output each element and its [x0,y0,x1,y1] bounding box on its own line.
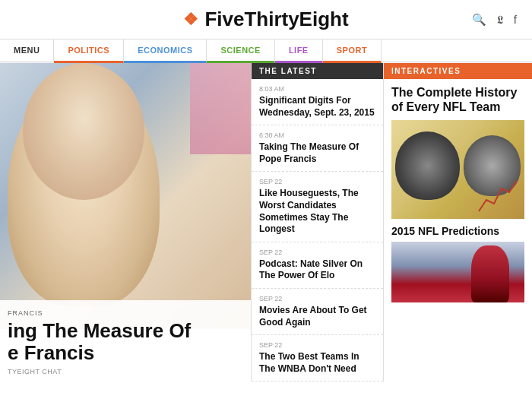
latest-time: SEP 22 [259,341,375,349]
hero-title[interactable]: ing The Measure Of e Francis [8,320,243,366]
list-item: SEP 22 The Two Best Teams In The WNBA Do… [252,335,383,382]
hero-title-line2: e Francis [8,341,94,364]
latest-section: THE LATEST 8:03 AM Significant Digits Fo… [251,63,384,382]
latest-time: SEP 22 [259,295,375,302]
latest-time: 8:03 AM [259,85,375,93]
content-area: FRANCIS ing The Measure Of e Francis TYE… [0,63,532,382]
latest-title[interactable]: Significant Digits For Wednesday, Sept. … [259,95,375,119]
nfl-predictions: 2015 NFL Predictions [384,219,532,309]
latest-header: THE LATEST [252,63,383,79]
search-button[interactable]: 🔍 [472,13,486,27]
nav-item-sports[interactable]: SPORT [323,40,382,63]
nav-item-menu[interactable]: MENU [0,40,54,61]
nav-item-economics[interactable]: ECONOMICS [124,40,207,63]
interactives-section: INTERACTIVES The Complete History of Eve… [384,63,532,382]
hero-title-line1: ing The Measure Of [8,319,191,342]
list-item: 8:03 AM Significant Digits For Wednesday… [252,79,383,125]
hero-image [0,63,251,329]
hero-section: FRANCIS ing The Measure Of e Francis TYE… [0,63,251,382]
latest-title[interactable]: Podcast: Nate Silver On The Power Of Elo [259,258,375,282]
latest-time: 6:30 AM [259,131,375,139]
main-nav: MENU POLITICS ECONOMICS SCIENCE LIFE SPO… [0,40,532,63]
site-logo[interactable]: ❖ FiveThirtyEight [183,8,348,31]
site-header: ❖ FiveThirtyEight 🔍 𝕷 f [0,0,532,40]
list-item: SEP 22 Like Houseguests, The Worst Candi… [252,172,383,242]
crowd-bg [190,63,251,154]
nfl-predictions-title[interactable]: 2015 NFL Predictions [391,225,524,237]
latest-time: SEP 22 [259,178,375,185]
football-player-icon [471,245,509,302]
nav-item-politics[interactable]: POLITICS [54,40,124,63]
interactive-featured: The Complete History of Every NFL Team [384,79,532,219]
helmet-left-icon [395,131,460,200]
logo-text: FiveThirtyEight [204,8,348,31]
hero-caption: FRANCIS ing The Measure Of e Francis TYE… [0,300,251,382]
nfl-history-image[interactable] [391,120,524,219]
facebook-button[interactable]: f [514,13,517,26]
interactives-header: INTERACTIVES [384,63,532,79]
list-item: 6:30 AM Taking The Measure Of Pope Franc… [252,125,383,172]
nav-item-life[interactable]: LIFE [275,40,323,63]
chart-overlay-icon [475,177,521,215]
list-item: SEP 22 Movies Are About To Get Good Agai… [252,289,383,335]
twitter-button[interactable]: 𝕷 [497,13,503,27]
nav-item-science[interactable]: SCIENCE [207,40,274,63]
latest-time: SEP 22 [259,249,375,256]
interactive-featured-title[interactable]: The Complete History of Every NFL Team [391,85,524,114]
hero-category: FRANCIS [8,309,243,317]
latest-title[interactable]: The Two Best Teams In The WNBA Don't Nee… [259,351,375,375]
list-item: SEP 22 Podcast: Nate Silver On The Power… [252,242,383,289]
latest-title[interactable]: Taking The Measure Of Pope Francis [259,141,375,165]
latest-title[interactable]: Like Houseguests, The Worst Candidates S… [259,188,375,235]
latest-title[interactable]: Movies Are About To Get Good Again [259,305,375,328]
logo-icon: ❖ [183,10,198,30]
nfl-predictions-image[interactable] [391,242,524,302]
hero-subtitle: TYEIGHT CHAT [8,368,243,375]
header-icons: 🔍 𝕷 f [472,13,517,27]
